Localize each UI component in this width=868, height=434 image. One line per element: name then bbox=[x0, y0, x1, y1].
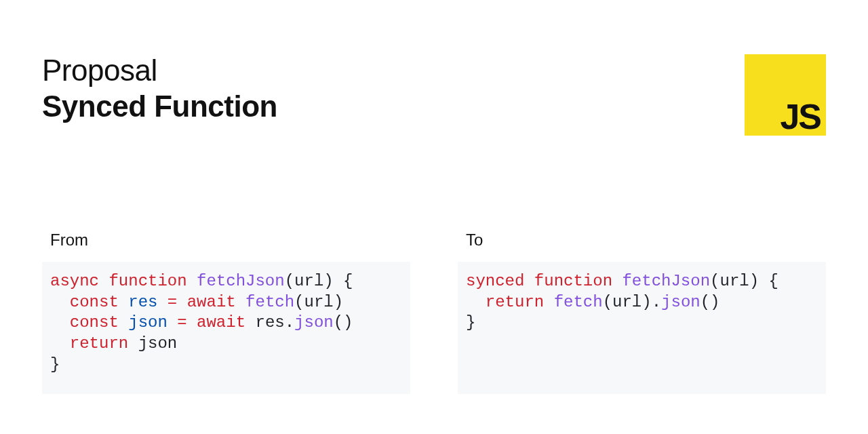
code-token: fetchJson bbox=[197, 272, 285, 290]
code-token: (url) { bbox=[285, 272, 353, 290]
js-logo-text: JS bbox=[780, 96, 821, 137]
title-block: Proposal Synced Function bbox=[42, 54, 277, 124]
code-token: json bbox=[128, 313, 167, 332]
code-token bbox=[50, 334, 70, 353]
from-label: From bbox=[42, 231, 410, 250]
code-token bbox=[157, 293, 167, 311]
code-token bbox=[524, 272, 534, 290]
code-token bbox=[466, 293, 486, 311]
code-token: } bbox=[466, 313, 475, 332]
code-token bbox=[177, 293, 186, 311]
code-token: function bbox=[108, 272, 186, 290]
code-token: res. bbox=[245, 313, 294, 332]
code-token: const bbox=[70, 313, 119, 332]
code-token bbox=[187, 272, 197, 290]
code-token: () bbox=[701, 293, 720, 311]
code-token: () bbox=[334, 313, 353, 332]
code-token: = bbox=[177, 313, 186, 332]
to-code-block: synced function fetchJson(url) { return … bbox=[458, 262, 826, 394]
header: Proposal Synced Function JS bbox=[42, 54, 826, 136]
code-token: return bbox=[70, 334, 128, 353]
to-label: To bbox=[458, 231, 826, 250]
code-token: const bbox=[70, 293, 119, 311]
from-column: From async function fetchJson(url) { con… bbox=[42, 231, 410, 394]
code-token: } bbox=[50, 355, 60, 374]
code-token: await bbox=[187, 293, 236, 311]
code-token bbox=[544, 293, 553, 311]
code-token: function bbox=[534, 272, 612, 290]
code-token: fetch bbox=[245, 293, 294, 311]
code-token bbox=[612, 272, 622, 290]
code-token bbox=[119, 313, 128, 332]
to-column: To synced function fetchJson(url) { retu… bbox=[458, 231, 826, 394]
code-token bbox=[236, 293, 245, 311]
page-title: Synced Function bbox=[42, 90, 277, 124]
code-token: json bbox=[294, 313, 334, 332]
js-logo-icon: JS bbox=[745, 54, 826, 136]
comparison-columns: From async function fetchJson(url) { con… bbox=[42, 231, 826, 394]
code-token: json bbox=[128, 334, 177, 353]
code-token: res bbox=[128, 293, 157, 311]
code-token bbox=[187, 313, 197, 332]
code-token bbox=[50, 293, 70, 311]
code-token: (url) { bbox=[710, 272, 778, 290]
code-token: json bbox=[661, 293, 701, 311]
code-token: (url) bbox=[294, 293, 343, 311]
code-token: await bbox=[197, 313, 245, 332]
from-code-block: async function fetchJson(url) { const re… bbox=[42, 262, 410, 394]
code-token: fetchJson bbox=[622, 272, 710, 290]
code-token: async bbox=[50, 272, 99, 290]
code-token bbox=[167, 313, 177, 332]
code-token: = bbox=[167, 293, 177, 311]
code-token: fetch bbox=[554, 293, 603, 311]
code-token: synced bbox=[466, 272, 524, 290]
code-token bbox=[119, 293, 128, 311]
page: Proposal Synced Function JS From async f… bbox=[0, 0, 868, 434]
code-token bbox=[50, 313, 70, 332]
code-token bbox=[99, 272, 108, 290]
code-token: return bbox=[486, 293, 544, 311]
code-token: (url). bbox=[603, 293, 661, 311]
eyebrow-text: Proposal bbox=[42, 54, 277, 87]
